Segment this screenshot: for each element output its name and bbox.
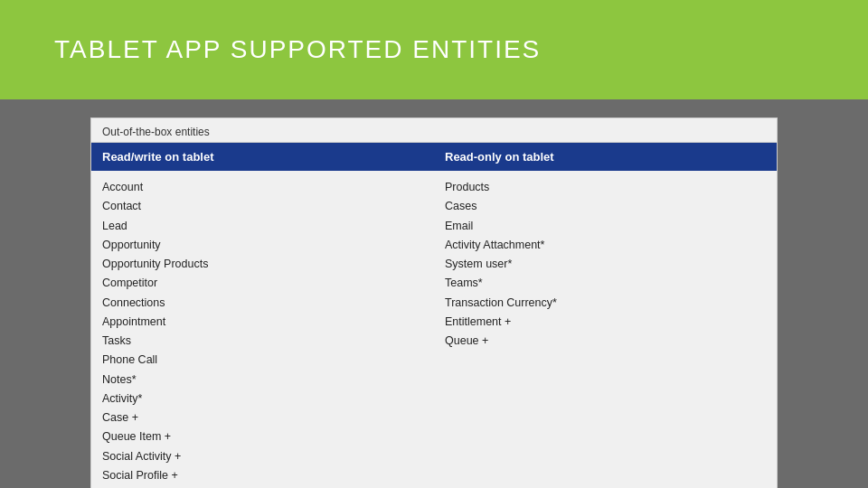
list-item: Lead: [102, 217, 423, 236]
col-right: ProductsCasesEmailActivity Attachment*Sy…: [434, 178, 777, 485]
entities-table: Out-of-the-box entities Read/write on ta…: [90, 117, 778, 488]
page-title: TABLET APP SUPPORTED ENTITIES: [54, 35, 541, 64]
list-item: Competitor: [102, 274, 423, 293]
list-item: Phone Call: [102, 351, 423, 370]
col-left: AccountContactLeadOpportunityOpportunity…: [91, 178, 434, 485]
list-item: Opportunity: [102, 236, 423, 255]
list-item: Products: [445, 178, 766, 197]
list-item: Email: [445, 217, 766, 236]
list-item: Appointment: [102, 313, 423, 332]
list-item: Tasks: [102, 332, 423, 351]
list-item: Connections: [102, 294, 423, 313]
col2-header: Read-only on tablet: [434, 143, 777, 171]
list-item: Activity*: [102, 389, 423, 408]
list-item: Opportunity Products: [102, 255, 423, 274]
list-item: Transaction Currency*: [445, 294, 766, 313]
list-item: Social Activity +: [102, 447, 423, 466]
list-item: Activity Attachment*: [445, 236, 766, 255]
list-item: Social Profile +: [102, 466, 423, 485]
list-item: Queue Item +: [102, 427, 423, 446]
table-header-row: Read/write on tablet Read-only on tablet: [91, 143, 777, 171]
table-body: AccountContactLeadOpportunityOpportunity…: [91, 171, 777, 488]
list-item: Queue +: [445, 332, 766, 351]
header-bar: TABLET APP SUPPORTED ENTITIES: [0, 0, 868, 99]
list-item: Notes*: [102, 371, 423, 389]
list-item: Teams*: [445, 274, 766, 293]
list-item: Cases: [445, 197, 766, 216]
list-item: Contact: [102, 197, 423, 216]
content-area: Out-of-the-box entities Read/write on ta…: [0, 99, 868, 488]
col1-header: Read/write on tablet: [91, 143, 434, 171]
table-section-label: Out-of-the-box entities: [91, 118, 777, 143]
list-item: Account: [102, 178, 423, 197]
list-item: Entitlement +: [445, 313, 766, 332]
list-item: System user*: [445, 255, 766, 274]
list-item: Case +: [102, 408, 423, 427]
